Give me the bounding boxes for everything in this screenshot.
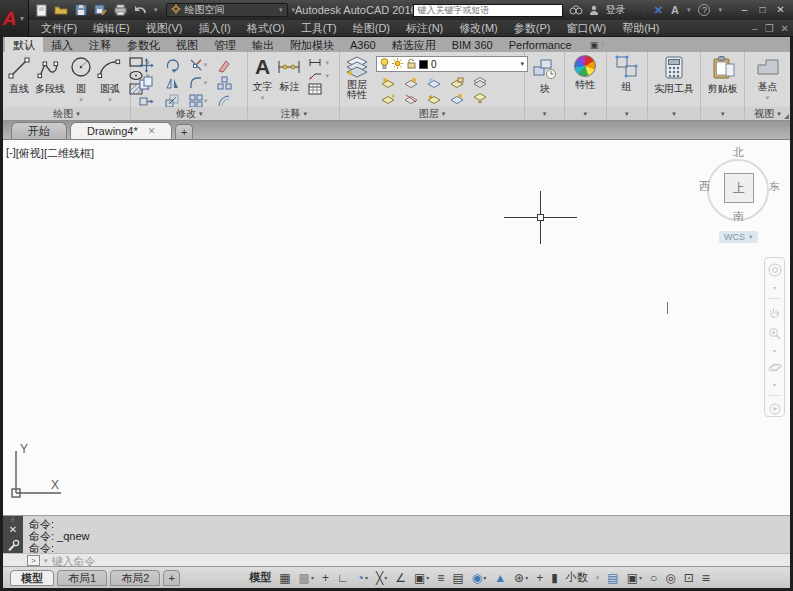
circle-button[interactable]: 圆 ▾	[67, 54, 95, 105]
menu-window[interactable]: 窗口(W)	[558, 21, 614, 36]
quick-properties-icon[interactable]: ▤	[607, 571, 618, 585]
layer-freeze-sun-icon[interactable]	[392, 58, 403, 71]
layout-tab-model[interactable]: 模型	[10, 570, 54, 586]
panel-title-modify[interactable]: 修改▾	[131, 107, 247, 120]
layer-on-bulb-icon[interactable]	[380, 58, 389, 71]
chevron-down-icon[interactable]: ▾	[108, 96, 112, 104]
erase-button[interactable]	[217, 58, 231, 73]
layer-make-current-icon[interactable]	[381, 90, 395, 108]
ribbon-tab-featured-apps[interactable]: 精选应用	[384, 37, 444, 52]
open-file-icon[interactable]	[54, 4, 68, 16]
ribbon-tab-a360[interactable]: A360	[342, 37, 384, 52]
utilities-button[interactable]: 实用工具	[652, 54, 696, 97]
ribbon-tab-manage[interactable]: 管理	[206, 37, 244, 52]
panel-expander-block[interactable]: ▾	[525, 107, 564, 120]
dynamic-input-icon[interactable]: +	[322, 571, 329, 585]
ribbon-tab-home[interactable]: 默认	[5, 37, 43, 52]
command-history[interactable]: 命令: 命令: _qnew 命令:	[23, 516, 790, 553]
showmotion-icon[interactable]	[769, 403, 781, 415]
dimension-button[interactable]: 标注	[274, 54, 304, 95]
doc-restore-button[interactable]: ❐	[765, 23, 774, 34]
panel-expander-utilities[interactable]: ▾	[648, 107, 701, 120]
panel-title-annotate[interactable]: 注释▾	[248, 107, 339, 120]
zoom-icon[interactable]	[768, 327, 781, 340]
undo-icon[interactable]	[134, 5, 147, 16]
isodraft-icon[interactable]: ╳▾	[376, 571, 387, 585]
chevron-down-icon[interactable]: ▾	[521, 60, 525, 68]
menu-file[interactable]: 文件(F)	[33, 21, 85, 36]
object-snap-icon[interactable]: ▣▾	[414, 571, 429, 585]
block-insert-button[interactable]: 块	[530, 54, 560, 97]
fillet-button[interactable]: ▾	[189, 76, 208, 90]
maximize-button[interactable]: □	[754, 3, 771, 17]
linear-dimension-button[interactable]: ▾	[308, 57, 329, 68]
selection-cycling-icon[interactable]: ◉▾	[472, 571, 487, 585]
model-space-toggle[interactable]: 模型	[249, 570, 271, 585]
lineweight-icon[interactable]: ≡	[437, 571, 444, 585]
customization-icon[interactable]: ≡	[702, 570, 710, 586]
ribbon-display-options[interactable]: ▣▾	[590, 37, 605, 52]
search-icon[interactable]	[569, 5, 583, 15]
layer-unlock-icon[interactable]	[406, 58, 416, 71]
chevron-down-icon[interactable]: ▾	[766, 94, 770, 102]
drawing-area[interactable]: [-] [俯视] [二维线框] 北 西 东 南 上 WCS▾ ▾ ▾ ▾	[3, 140, 790, 515]
ribbon-tab-bim360[interactable]: BIM 360	[444, 37, 501, 52]
undo-dropdown-icon[interactable]: ▾	[154, 6, 158, 14]
ribbon-tab-annotate[interactable]: 注释	[81, 37, 119, 52]
close-icon[interactable]: ✕	[148, 123, 156, 139]
leader-button[interactable]: ▾	[308, 70, 329, 81]
ribbon-tab-output[interactable]: 输出	[244, 37, 282, 52]
dialog-launcher-icon[interactable]	[784, 114, 789, 119]
visual-style-button[interactable]: [二维线框]	[44, 146, 94, 161]
layer-walk-icon[interactable]	[450, 90, 464, 108]
clipboard-button[interactable]: 剪贴板	[706, 54, 740, 97]
panel-expander-clipboard[interactable]: ▾	[701, 107, 744, 120]
panel-title-layers[interactable]: 图层▾	[340, 107, 524, 120]
viewcube-north[interactable]: 北	[733, 145, 744, 160]
close-icon[interactable]: ✕	[9, 525, 17, 535]
pan-icon[interactable]	[768, 306, 781, 320]
ribbon-tab-parametric[interactable]: 参数化	[119, 37, 168, 52]
menu-edit[interactable]: 编辑(E)	[85, 21, 138, 36]
clean-screen-icon[interactable]: ⊡	[684, 571, 694, 585]
file-tab-drawing4[interactable]: Drawing4* ✕	[70, 122, 172, 139]
polar-tracking-icon[interactable]: ◔▾	[357, 571, 368, 585]
new-file-icon[interactable]	[36, 4, 47, 17]
autodesk-app-store-icon[interactable]: A	[671, 4, 679, 16]
lock-ui-icon[interactable]: ▣▾	[627, 571, 642, 585]
menu-dimension[interactable]: 标注(N)	[398, 21, 451, 36]
full-navigation-wheel-icon[interactable]	[768, 263, 782, 277]
polyline-button[interactable]: 多段线	[33, 54, 67, 97]
annotation-scale-icon[interactable]: +	[536, 571, 543, 585]
signin-user-icon[interactable]	[589, 5, 599, 15]
ribbon-tab-performance[interactable]: Performance	[501, 37, 580, 52]
explode-button[interactable]	[217, 76, 232, 90]
menu-modify[interactable]: 修改(M)	[451, 21, 506, 36]
text-button[interactable]: A 文字 ▾	[250, 54, 274, 103]
doc-close-button[interactable]: ✕	[781, 23, 789, 34]
units-toggle[interactable]: 小数	[566, 570, 588, 585]
panel-expander-group[interactable]: ▾	[607, 107, 647, 120]
signin-label[interactable]: 登录	[605, 3, 625, 17]
close-button[interactable]: ✕	[772, 3, 789, 17]
properties-button[interactable]: 特性	[572, 54, 598, 93]
transparency-icon[interactable]: ▤	[452, 571, 463, 585]
chevron-down-icon[interactable]: ▾	[79, 96, 83, 104]
wcs-menu[interactable]: WCS▾	[719, 231, 758, 243]
recent-commands-icon[interactable]: >	[27, 555, 40, 566]
drag-grip-icon[interactable]: ⠿	[10, 518, 15, 522]
minimize-button[interactable]: –	[736, 3, 753, 17]
object-snap-tracking-icon[interactable]: ∠	[395, 571, 406, 585]
viewcube-top-face[interactable]: 上	[724, 173, 754, 203]
menu-insert[interactable]: 插入(I)	[190, 21, 238, 36]
ortho-mode-icon[interactable]: ∟	[337, 571, 349, 585]
layer-color-swatch[interactable]	[419, 60, 428, 69]
ribbon-tab-addins[interactable]: 附加模块	[282, 37, 342, 52]
layer-dropdown[interactable]: 0 ▾	[376, 56, 528, 72]
menu-draw[interactable]: 绘图(D)	[345, 21, 398, 36]
search-input[interactable]	[413, 4, 563, 17]
new-drawing-tab-button[interactable]: +	[175, 124, 193, 139]
trim-button[interactable]: ▾	[189, 58, 208, 72]
arc-button[interactable]: 圆弧 ▾	[95, 54, 125, 105]
viewcube-west[interactable]: 西	[699, 179, 710, 194]
